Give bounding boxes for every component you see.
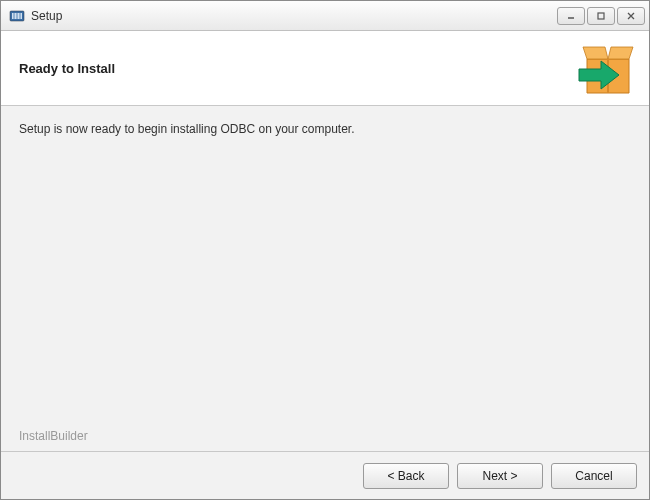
wizard-header: Ready to Install: [1, 31, 649, 106]
button-bar: < Back Next > Cancel: [1, 451, 649, 499]
maximize-button[interactable]: [587, 7, 615, 25]
ready-message: Setup is now ready to begin installing O…: [19, 122, 631, 136]
cancel-button[interactable]: Cancel: [551, 463, 637, 489]
page-title: Ready to Install: [19, 61, 115, 76]
window-title: Setup: [31, 9, 557, 23]
package-icon: [577, 39, 639, 97]
branding-label: InstallBuilder: [19, 429, 631, 443]
back-button[interactable]: < Back: [363, 463, 449, 489]
titlebar: Setup: [1, 1, 649, 31]
minimize-button[interactable]: [557, 7, 585, 25]
content-area: Setup is now ready to begin installing O…: [1, 106, 649, 451]
app-icon: [9, 8, 25, 24]
svg-rect-3: [598, 13, 604, 19]
window-controls: [557, 7, 645, 25]
next-button[interactable]: Next >: [457, 463, 543, 489]
close-button[interactable]: [617, 7, 645, 25]
setup-window: Setup Ready to Install: [0, 0, 650, 500]
